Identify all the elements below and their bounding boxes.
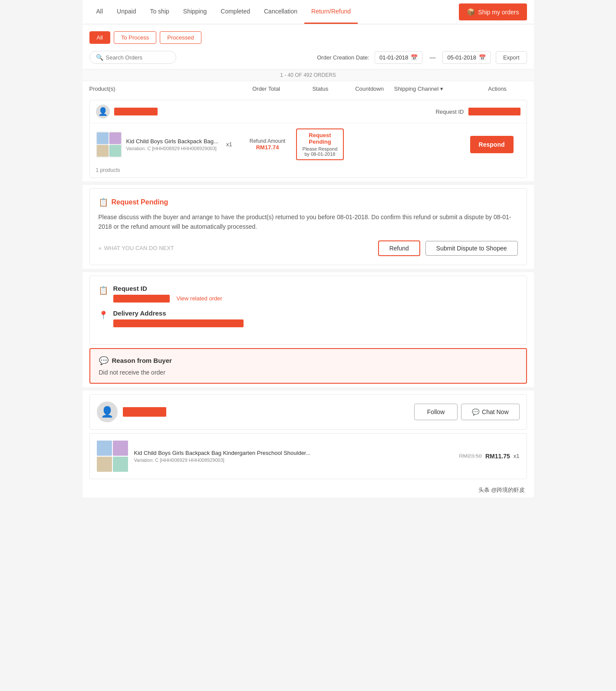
rp-body-text: Please discuss with the buyer and arrang…: [99, 212, 518, 232]
status-badge: Request Pending Please Respond by 08-01-…: [296, 128, 344, 160]
rp-actions: » WHAT YOU CAN DO NEXT Refund Submit Dis…: [99, 240, 518, 256]
submit-dispute-button[interactable]: Submit Dispute to Shopee: [425, 241, 518, 256]
avatar: 👤: [96, 105, 110, 118]
filter-to-process-button[interactable]: To Process: [114, 31, 156, 44]
divider-1: [82, 181, 534, 185]
listing-variation: Variation: C [HHH008929 HHH008929003]: [134, 457, 453, 463]
rp-title: 📋 Request Pending: [99, 197, 518, 207]
delivery-row: 📍 Delivery Address: [99, 309, 518, 329]
product-qty: x1: [226, 141, 232, 148]
buyer-actions: Follow 💬 Chat Now: [414, 404, 519, 420]
search-input[interactable]: [106, 54, 170, 61]
watermark: 头条 @跨境的虾皮: [82, 483, 534, 497]
location-icon: 📍: [99, 310, 108, 320]
status-text: Request Pending: [300, 132, 339, 145]
header-shipping: Shipping Channel ▾: [394, 86, 468, 92]
listing-pricing: RM23.50 RM11.75 x1: [459, 453, 519, 460]
request-id-value-redacted: [113, 295, 170, 303]
listing-product-image: [97, 441, 128, 472]
price-current: RM11.75: [485, 453, 510, 460]
buyer-name-redacted: [123, 407, 166, 417]
product-listing: Kid Child Boys Girls Backpack Bag Kinder…: [89, 433, 527, 479]
request-id-title: Request ID: [113, 285, 518, 292]
divider-3: [82, 387, 534, 391]
header-countdown: Countdown: [345, 86, 394, 92]
calendar-icon-to: 📅: [479, 54, 486, 61]
product-name: Kid Child Boys Girls Backpack Bag...: [126, 138, 218, 145]
date-to-value: 05-01-2018: [447, 54, 476, 61]
request-pending-card: 📋 Request Pending Please discuss with th…: [89, 188, 527, 265]
follow-button[interactable]: Follow: [414, 404, 458, 420]
status-sub-text: Please Respond by 08-01-2018: [300, 146, 339, 157]
orders-count: 1 - 40 OF 492 ORDERS: [82, 69, 534, 81]
request-id-content: Request ID View related order: [113, 285, 518, 303]
document-icon: 📋: [99, 197, 108, 207]
order-card-header: 👤 Request ID: [90, 100, 527, 123]
listing-qty: x1: [514, 453, 520, 459]
tab-to-ship[interactable]: To ship: [143, 0, 176, 24]
reason-text: Did not receive the order: [99, 369, 517, 376]
search-date-row: 🔍 Order Creation Date: 01-01-2018 📅 — 05…: [82, 51, 534, 69]
refund-label: Refund Amount: [239, 138, 296, 144]
filter-row: All To Process Processed: [82, 24, 534, 51]
tab-all[interactable]: All: [89, 0, 110, 24]
date-from[interactable]: 01-01-2018 📅: [375, 51, 423, 64]
refund-button[interactable]: Refund: [378, 240, 420, 256]
search-icon: 🔍: [96, 54, 103, 61]
buyer-profile: 👤 Follow 💬 Chat Now: [89, 394, 527, 430]
order-card: 👤 Request ID Kid Child Boys Girls Backpa…: [89, 100, 527, 178]
tab-unpaid[interactable]: Unpaid: [110, 0, 143, 24]
header-status: Status: [296, 86, 345, 92]
calendar-icon-from: 📅: [411, 54, 418, 61]
respond-button[interactable]: Respond: [470, 136, 514, 153]
comment-icon: 💬: [99, 356, 109, 365]
search-box[interactable]: 🔍: [89, 51, 176, 64]
ship-icon: 📦: [467, 8, 475, 16]
listing-info: Kid Child Boys Girls Backpack Bag Kinder…: [134, 450, 453, 463]
delivery-content: Delivery Address: [113, 309, 518, 329]
refund-value: RM17.74: [239, 144, 296, 151]
chat-now-button[interactable]: 💬 Chat Now: [461, 404, 519, 420]
header-product: Product(s): [89, 86, 237, 92]
username-redacted: [114, 108, 158, 115]
filter-all-button[interactable]: All: [89, 31, 110, 44]
date-from-value: 01-01-2018: [379, 54, 408, 61]
export-button[interactable]: Export: [496, 51, 527, 64]
request-id-row: 📋 Request ID View related order: [99, 285, 518, 303]
date-to[interactable]: 05-01-2018 📅: [442, 51, 491, 64]
nav-tabs: All Unpaid To ship Shipping Completed Ca…: [82, 0, 534, 24]
tab-completed[interactable]: Completed: [214, 0, 257, 24]
product-variation: Variation: C [HHH008929 HHH008929003]: [126, 146, 218, 151]
chevron-right-icon: »: [99, 245, 102, 251]
request-id-redacted: [468, 108, 520, 115]
order-row: Kid Child Boys Girls Backpack Bag... Var…: [90, 123, 527, 165]
document-icon-2: 📋: [99, 286, 108, 295]
tab-shipping[interactable]: Shipping: [176, 0, 214, 24]
status-col: Request Pending Please Respond by 08-01-…: [296, 128, 344, 160]
divider-2: [82, 269, 534, 272]
request-id-label: Request ID: [435, 109, 464, 115]
table-header: Product(s) Order Total Status Countdown …: [82, 81, 534, 96]
product-image: [96, 132, 122, 158]
filter-processed-button[interactable]: Processed: [160, 31, 201, 44]
reason-title: 💬 Reason from Buyer: [99, 356, 517, 365]
date-label: Order Creation Date:: [317, 54, 369, 61]
address-value-redacted: [113, 319, 244, 327]
actions-col[interactable]: Respond: [463, 136, 520, 153]
detail-section: 📋 Request ID View related order 📍 Delive…: [89, 276, 527, 345]
chat-icon: 💬: [472, 408, 479, 415]
refund-amount-col: Refund Amount RM17.74: [239, 138, 296, 151]
header-actions: Actions: [468, 86, 527, 92]
tab-cancellation[interactable]: Cancellation: [257, 0, 304, 24]
delivery-title: Delivery Address: [113, 309, 518, 317]
reason-from-buyer-card: 💬 Reason from Buyer Did not receive the …: [89, 348, 527, 384]
view-related-order-link[interactable]: View related order: [177, 295, 222, 302]
products-count: 1 products: [90, 165, 527, 178]
product-info: Kid Child Boys Girls Backpack Bag... Var…: [96, 132, 239, 158]
buyer-avatar: 👤: [97, 401, 118, 422]
tab-return-refund[interactable]: Return/Refund: [304, 0, 358, 24]
date-separator: —: [428, 54, 437, 61]
chevron-down-icon: ▾: [440, 86, 443, 92]
what-next-label: » WHAT YOU CAN DO NEXT: [99, 245, 174, 251]
ship-my-orders-button[interactable]: 📦 Ship my orders: [459, 3, 527, 20]
